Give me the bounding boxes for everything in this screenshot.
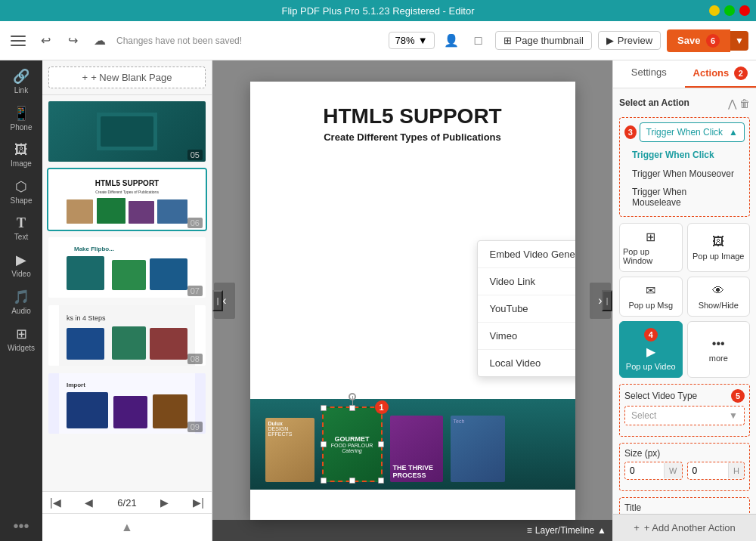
- page-first-button[interactable]: |◀: [50, 496, 61, 509]
- new-blank-page-button[interactable]: + + New Blank Page: [48, 66, 206, 88]
- dropdown-item-youtube[interactable]: YouTube: [478, 295, 575, 323]
- size-w-input[interactable]: [625, 462, 664, 479]
- page-current-indicator: 6/21: [117, 497, 136, 509]
- trigger-section: 3 Trigger When Click ▲ Trigger When Clic…: [619, 117, 750, 217]
- sidebar-item-label: Phone: [11, 123, 33, 131]
- video-type-dropdown-menu: Embed Video Genetic Code Video Link YouT…: [477, 240, 575, 377]
- add-another-action-button[interactable]: + + Add Another Action: [613, 514, 756, 541]
- action-btn-popup-video[interactable]: 4 ▶ Pop up Video: [619, 321, 683, 378]
- select-dropdown-chevron-icon: ▼: [729, 410, 738, 421]
- layer-timeline-chevron-icon: ▲: [597, 525, 606, 536]
- size-w-label: W: [664, 463, 681, 478]
- preview-play-icon: ▶: [606, 35, 614, 46]
- preview-button[interactable]: ▶ Preview: [598, 31, 661, 50]
- shape-icon: ⬡: [15, 178, 27, 195]
- popup-image-icon: 🖼: [712, 235, 724, 249]
- page-last-button[interactable]: ▶|: [193, 496, 204, 509]
- page-thumb-06[interactable]: HTML5 SUPPORT Create Different Types of …: [47, 168, 207, 231]
- size-inputs-row: W H: [624, 462, 745, 480]
- sidebar-item-image[interactable]: 🖼 Image: [2, 138, 40, 172]
- action-btn-more[interactable]: ••• more: [687, 321, 751, 378]
- action-btn-popup-image[interactable]: 🖼 Pop up Image: [687, 223, 751, 272]
- image-icon: 🖼: [14, 142, 28, 158]
- dropdown-item-embed[interactable]: Embed Video Genetic Code: [478, 241, 575, 268]
- save-dropdown-button[interactable]: ▼: [730, 31, 748, 51]
- dropdown-item-label: Vimeo: [490, 330, 518, 342]
- popup-video-badge: 4: [644, 328, 658, 342]
- page-thumb-05[interactable]: 05: [47, 100, 207, 163]
- page-preview-08: ks in 4 Steps: [59, 305, 195, 366]
- action-btn-show-hide[interactable]: 👁 Show/Hide: [687, 277, 751, 317]
- sidebar-item-video[interactable]: ▶ Video: [2, 247, 40, 283]
- size-w-group: W: [624, 462, 683, 480]
- action-btn-label: Pop up Msg: [628, 301, 673, 310]
- size-h-label: H: [728, 463, 744, 478]
- dropdown-item-video-link[interactable]: Video Link: [478, 268, 575, 295]
- collapse-action-button[interactable]: ⋀: [728, 97, 736, 110]
- select-video-dropdown[interactable]: Select ▼: [624, 406, 745, 425]
- dropdown-item-local-video[interactable]: Local Video: [478, 350, 575, 376]
- trigger-option-label: Trigger When Mouseover: [632, 168, 734, 179]
- zoom-control[interactable]: 78% ▼: [389, 32, 435, 49]
- trigger-option-click[interactable]: Trigger When Click: [624, 145, 745, 165]
- page-next-button[interactable]: ▶: [160, 496, 169, 509]
- action-btn-popup-msg[interactable]: ✉ Pop up Msg: [619, 277, 683, 317]
- title-bar: Flip PDF Plus Pro 5.1.23 Registered - Ed…: [0, 0, 756, 21]
- dropdown-item-vimeo[interactable]: Vimeo: [478, 323, 575, 350]
- svg-rect-7: [129, 201, 154, 224]
- redo-button[interactable]: ↪: [62, 30, 83, 51]
- sidebar-more-icon[interactable]: •••: [13, 518, 29, 535]
- page-thumb-09[interactable]: Import 09: [47, 372, 207, 435]
- sidebar-item-widgets[interactable]: ⊞ Widgets: [2, 321, 40, 357]
- svg-rect-6: [97, 198, 125, 224]
- trigger-select-dropdown[interactable]: Trigger When Click ▲: [640, 122, 745, 142]
- user-icon[interactable]: 👤: [441, 30, 462, 51]
- book-gourmet-selected[interactable]: GOURMET FOOD PARLOUR Catering: [322, 407, 383, 482]
- title-section: Title: [619, 497, 750, 514]
- action-btn-popup-window[interactable]: ⊞ Pop up Window: [619, 223, 683, 272]
- action-btn-label: Show/Hide: [699, 301, 739, 310]
- page-thumb-img-09: Import: [48, 373, 206, 434]
- action-btn-label: Pop up Video: [626, 362, 676, 371]
- minimize-btn[interactable]: [709, 5, 720, 16]
- sidebar-item-audio[interactable]: 🎵 Audio: [2, 284, 40, 320]
- sidebar-item-label: Audio: [11, 307, 31, 315]
- page-number-08: 08: [187, 354, 203, 364]
- layer-timeline-bar[interactable]: ≡ Layer/Timeline ▲: [212, 520, 612, 541]
- sidebar-item-label: Link: [14, 86, 28, 94]
- delete-action-button[interactable]: 🗑: [739, 97, 750, 110]
- svg-rect-12: [112, 260, 146, 290]
- page-thumbnail-button[interactable]: ⊞ Page thumbnail: [495, 31, 592, 50]
- sidebar-item-text[interactable]: T Text: [2, 211, 40, 246]
- collapse-panel-button[interactable]: ▲: [116, 517, 138, 538]
- dropdown-item-label: Local Video: [490, 357, 541, 369]
- svg-rect-18: [150, 328, 187, 360]
- trigger-option-mouseover[interactable]: Trigger When Mouseover: [624, 165, 745, 183]
- page-thumb-07[interactable]: Make Flipbo... 07: [47, 236, 207, 299]
- trigger-option-mouseleave[interactable]: Trigger When Mouseleave: [624, 183, 745, 212]
- canvas-fold-left[interactable]: |: [212, 290, 223, 311]
- share-icon[interactable]: □: [468, 30, 489, 51]
- canvas-background: HTML5 SUPPORT Create Different Types of …: [250, 82, 575, 520]
- add-action-label: + Add Another Action: [644, 522, 736, 533]
- svg-rect-22: [113, 396, 147, 428]
- sidebar-item-phone[interactable]: 📱 Phone: [2, 100, 40, 136]
- save-button[interactable]: Save 6: [667, 29, 730, 52]
- tab-actions[interactable]: Actions 2: [685, 60, 757, 88]
- sidebar-item-shape[interactable]: ⬡ Shape: [2, 174, 40, 209]
- size-h-input[interactable]: [688, 462, 729, 479]
- page-thumbnail-label: Page thumbnail: [516, 35, 584, 46]
- canvas-nav-right[interactable]: ›: [590, 283, 611, 319]
- page-prev-button[interactable]: ◀: [85, 496, 93, 509]
- svg-rect-5: [67, 199, 93, 224]
- cloud-icon[interactable]: ☁: [89, 30, 110, 51]
- undo-button[interactable]: ↩: [35, 30, 56, 51]
- page-thumb-08[interactable]: ks in 4 Steps 08: [47, 304, 207, 367]
- tab-settings[interactable]: Settings: [613, 60, 685, 88]
- close-btn[interactable]: [739, 5, 750, 16]
- sidebar-item-link[interactable]: 🔗 Link: [2, 63, 40, 99]
- hamburger-menu-icon[interactable]: [8, 30, 29, 51]
- sidebar-item-label: Image: [11, 159, 32, 168]
- save-label: Save: [677, 35, 700, 46]
- maximize-btn[interactable]: [724, 5, 735, 16]
